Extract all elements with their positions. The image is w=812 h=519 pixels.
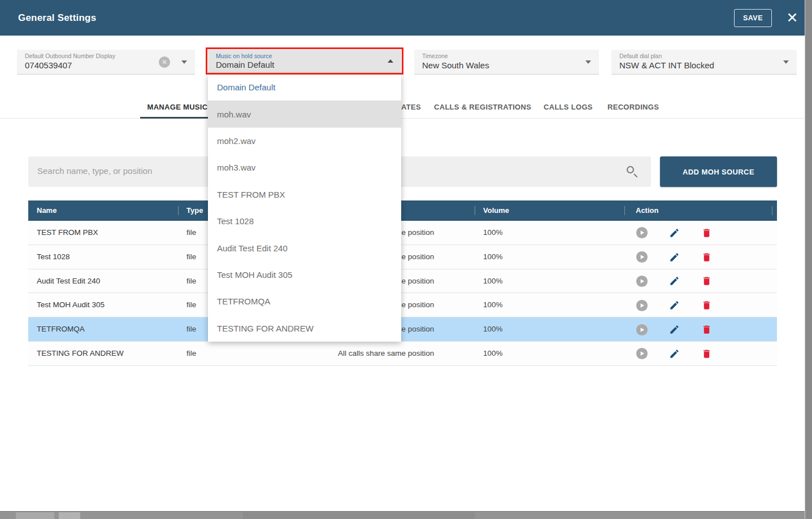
table-row[interactable]: TEST FROM PBXfileAll calls share same po… xyxy=(28,221,777,245)
play-icon[interactable] xyxy=(636,251,648,263)
table-row[interactable]: TESTING FOR ANDREWfileAll calls share sa… xyxy=(28,342,777,366)
edit-pencil-icon[interactable] xyxy=(668,275,680,287)
dropdown-option[interactable]: TETFROMQA xyxy=(208,288,401,315)
delete-trash-icon[interactable] xyxy=(700,299,713,312)
edit-pencil-icon[interactable] xyxy=(668,324,680,336)
table-header: Name Type Volume Action xyxy=(28,200,777,221)
field-value: Domain Default xyxy=(216,60,274,69)
tab-recordings[interactable]: RECORDINGS xyxy=(607,96,659,119)
cell-type: file xyxy=(186,293,196,317)
dropdown-option[interactable]: Test MOH Audit 305 xyxy=(208,261,401,288)
timezone-field[interactable]: Timezone New South Wales xyxy=(414,50,599,75)
tab-calls-logs[interactable]: CALLS LOGS xyxy=(544,96,593,119)
chevron-down-icon xyxy=(181,60,187,64)
cell-volume: 100% xyxy=(483,245,503,269)
add-moh-source-button[interactable]: ADD MOH SOURCE xyxy=(660,156,777,187)
cell-type: file xyxy=(186,317,196,342)
moh-source-dropdown: Domain Default moh.wav moh2.wav moh3.wav… xyxy=(208,74,401,342)
delete-trash-icon[interactable] xyxy=(700,324,713,336)
general-settings-dialog: General Settings SAVE ✕ Default Outbound… xyxy=(0,0,812,519)
cell-name: TESTING FOR ANDREW xyxy=(37,342,124,366)
close-icon[interactable]: ✕ xyxy=(783,8,801,27)
play-icon[interactable] xyxy=(636,299,648,312)
edit-pencil-icon[interactable] xyxy=(668,226,680,239)
dropdown-option[interactable]: TESTING FOR ANDREW xyxy=(208,315,401,342)
clear-icon[interactable]: ✕ xyxy=(159,56,170,68)
edit-pencil-icon[interactable] xyxy=(668,347,680,360)
dial-plan-field[interactable]: Default dial plan NSW & ACT INT Blocked xyxy=(611,50,797,75)
col-type: Type xyxy=(186,200,203,221)
col-name: Name xyxy=(37,200,57,221)
delete-trash-icon[interactable] xyxy=(700,347,713,360)
tab-bar: MANAGE MUSIC ATES CALLS & REGISTRATIONS … xyxy=(0,96,805,119)
search-icon xyxy=(626,165,639,178)
cell-name: TETFROMQA xyxy=(37,317,85,342)
save-button[interactable]: SAVE xyxy=(734,9,772,27)
col-volume: Volume xyxy=(483,200,509,221)
play-icon[interactable] xyxy=(636,275,648,287)
window-bottom-edge xyxy=(0,511,805,519)
chevron-down-icon xyxy=(585,60,591,64)
dropdown-option[interactable]: Test 1028 xyxy=(208,208,401,234)
cell-name: TEST FROM PBX xyxy=(37,221,98,245)
outbound-number-field[interactable]: Default Outbound Number Display 07405394… xyxy=(17,50,195,75)
field-label: Music on hold source xyxy=(216,53,272,59)
dropdown-option[interactable]: TEST FROM PBX xyxy=(208,181,401,208)
table-row[interactable]: Test MOH Audit 305fileAll calls share sa… xyxy=(28,293,777,317)
table-row[interactable]: TETFROMQAfileAll calls share same positi… xyxy=(28,317,777,342)
table-row[interactable]: Test 1028fileAll calls share same positi… xyxy=(28,245,777,269)
delete-trash-icon[interactable] xyxy=(700,275,713,287)
chevron-down-icon xyxy=(783,60,789,64)
dropdown-option[interactable]: moh2.wav xyxy=(208,128,401,154)
delete-trash-icon[interactable] xyxy=(700,226,713,239)
page-title: General Settings xyxy=(18,12,96,24)
field-label: Default Outbound Number Display xyxy=(25,53,115,59)
cell-type: file xyxy=(186,221,196,245)
chevron-up-icon xyxy=(388,59,393,63)
play-icon[interactable] xyxy=(636,226,648,239)
cell-volume: 100% xyxy=(483,293,503,317)
cell-type: file xyxy=(186,342,196,366)
table-row[interactable]: Audit Test Edit 240fileAll calls share s… xyxy=(28,269,777,294)
cell-name: Audit Test Edit 240 xyxy=(37,269,100,294)
vertical-scrollbar[interactable] xyxy=(805,0,812,519)
cell-name: Test 1028 xyxy=(37,245,70,269)
cell-type: file xyxy=(186,245,196,269)
dropdown-option[interactable]: Audit Test Edit 240 xyxy=(208,234,401,261)
tab-calls-registrations[interactable]: CALLS & REGISTRATIONS xyxy=(434,96,531,119)
cell-volume: 100% xyxy=(483,342,503,366)
active-tab-underline xyxy=(140,117,215,119)
cell-volume: 100% xyxy=(483,269,503,294)
cell-name: Test MOH Audit 305 xyxy=(37,293,105,317)
search-placeholder: Search name, type, or position xyxy=(37,166,152,176)
cell-position: All calls share same position xyxy=(338,342,434,366)
edit-pencil-icon[interactable] xyxy=(668,299,680,312)
moh-table: Name Type Volume Action TEST FROM PBXfil… xyxy=(28,200,777,366)
cell-type: file xyxy=(186,269,196,294)
play-icon[interactable] xyxy=(636,347,648,360)
music-on-hold-field[interactable]: Music on hold source Domain Default xyxy=(208,50,401,75)
field-label: Default dial plan xyxy=(619,53,662,59)
dialog-header: General Settings SAVE ✕ xyxy=(0,0,805,36)
dropdown-option[interactable]: moh3.wav xyxy=(208,154,401,181)
dropdown-option[interactable]: Domain Default xyxy=(208,74,401,101)
dropdown-option[interactable]: moh.wav xyxy=(208,101,401,127)
field-value: NSW & ACT INT Blocked xyxy=(619,60,714,70)
col-action: Action xyxy=(636,200,658,221)
tab-ates-clipped[interactable]: ATES xyxy=(401,96,421,119)
field-value: 0740539407 xyxy=(25,60,72,70)
field-label: Timezone xyxy=(422,53,448,59)
cell-volume: 100% xyxy=(483,317,503,342)
cell-volume: 100% xyxy=(483,221,503,245)
field-value: New South Wales xyxy=(422,60,489,70)
tab-manage-music[interactable]: MANAGE MUSIC xyxy=(140,96,215,119)
edit-pencil-icon[interactable] xyxy=(668,251,680,263)
delete-trash-icon[interactable] xyxy=(700,251,713,263)
play-icon[interactable] xyxy=(636,324,648,336)
